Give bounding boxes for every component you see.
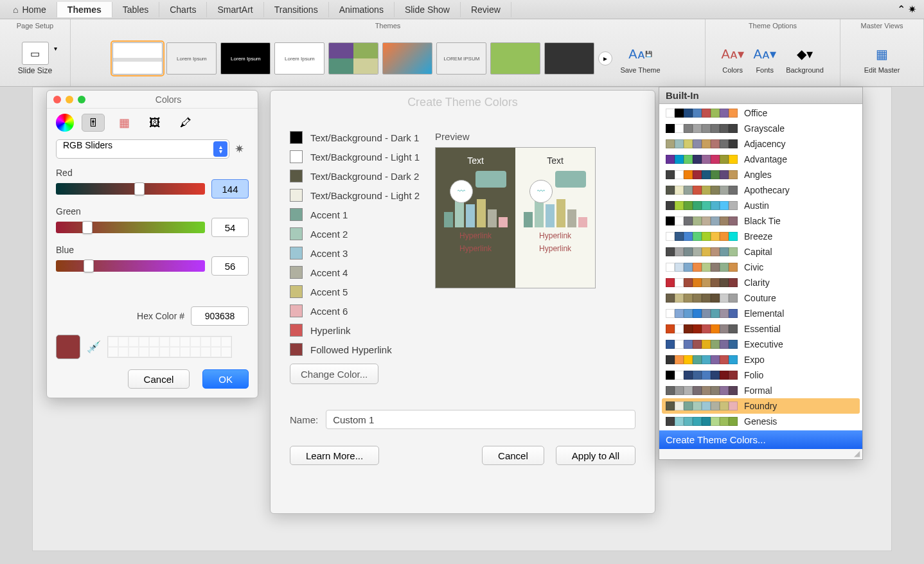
color-well[interactable] (139, 347, 149, 357)
change-color-button[interactable]: Change Color... (290, 364, 378, 384)
theme-thumbnail[interactable] (490, 42, 540, 75)
color-slot[interactable]: Accent 2 (290, 227, 420, 240)
green-slider-thumb[interactable] (82, 221, 93, 234)
color-well[interactable] (221, 347, 231, 357)
theme-thumbnail[interactable] (382, 42, 432, 75)
theme-thumbnail[interactable]: Lorem Ipsum (274, 42, 324, 75)
tab-home[interactable]: ⌂Home (3, 2, 57, 17)
color-well[interactable] (129, 337, 139, 347)
theme-item[interactable]: Elemental (662, 306, 860, 321)
create-theme-colors-item[interactable]: Create Theme Colors... (659, 430, 862, 449)
close-icon[interactable] (53, 96, 61, 103)
color-well[interactable] (170, 337, 180, 347)
window-controls[interactable] (53, 96, 85, 103)
theme-thumbnail[interactable]: Lorem Ipsum (166, 42, 217, 75)
red-slider-thumb[interactable] (134, 182, 145, 195)
theme-item[interactable]: Couture (662, 290, 860, 306)
theme-scroll[interactable]: OfficeGrayscaleAdjacencyAdvantageAnglesA… (659, 104, 862, 430)
color-well[interactable] (170, 347, 180, 357)
tab-charts[interactable]: Charts (159, 2, 207, 17)
theme-item[interactable]: Formal (662, 383, 860, 398)
dialog-cancel-button[interactable]: Cancel (482, 446, 544, 465)
ok-button[interactable]: OK (202, 369, 249, 389)
color-well[interactable] (211, 347, 221, 357)
color-well[interactable] (190, 337, 200, 347)
theme-item[interactable]: Austin (662, 198, 860, 213)
color-well[interactable] (200, 347, 211, 357)
tab-smartart[interactable]: SmartArt (207, 2, 263, 17)
theme-item[interactable]: Expo (662, 352, 860, 367)
slider-mode-select[interactable]: RGB Sliders ▴▾ (56, 139, 229, 159)
red-slider[interactable] (56, 183, 205, 195)
color-well[interactable] (190, 347, 200, 357)
color-slot[interactable]: Accent 5 (290, 285, 420, 298)
colors-titlebar[interactable]: Colors (47, 91, 258, 109)
color-well[interactable] (149, 337, 159, 347)
color-slot[interactable]: Text/Background - Light 1 (290, 150, 420, 163)
hex-input[interactable] (191, 306, 249, 326)
color-well[interactable] (118, 347, 129, 357)
tab-transitions[interactable]: Transitions (264, 2, 329, 17)
background-button[interactable]: ◆▾ Background (783, 42, 826, 75)
color-slot[interactable]: Accent 3 (290, 247, 420, 260)
theme-item[interactable]: Foundry (662, 398, 860, 414)
slider-options-gear-icon[interactable]: ✷ (235, 142, 249, 156)
color-well[interactable] (180, 337, 190, 347)
color-slot[interactable]: Accent 6 (290, 304, 420, 317)
image-palettes-tab[interactable]: 🖼 (143, 114, 166, 132)
zoom-icon[interactable] (78, 96, 85, 103)
theme-item[interactable]: Capital (662, 244, 860, 260)
theme-item[interactable]: Adjacency (662, 136, 860, 152)
tab-tables[interactable]: Tables (112, 2, 159, 17)
blue-value-input[interactable] (211, 256, 249, 276)
tab-themes[interactable]: Themes (57, 2, 112, 17)
color-slot[interactable]: Hyperlink (290, 324, 420, 337)
resize-grip-icon[interactable]: ◢ (659, 449, 862, 459)
green-value-input[interactable] (211, 218, 249, 237)
theme-item[interactable]: Clarity (662, 275, 860, 290)
theme-thumbnail[interactable]: LOREM IPSUM (436, 42, 486, 75)
theme-item[interactable]: Grayscale (662, 121, 860, 136)
color-well[interactable] (200, 337, 211, 347)
color-palettes-tab[interactable]: ▦ (112, 114, 136, 132)
color-well[interactable] (108, 337, 118, 347)
tab-review[interactable]: Review (461, 2, 511, 17)
theme-fonts-button[interactable]: Aᴀ▾ Fonts (751, 42, 778, 75)
theme-thumbnail[interactable]: Lorem Ipsum (220, 42, 271, 75)
theme-item[interactable]: Executive (662, 337, 860, 352)
theme-name-input[interactable] (326, 410, 635, 429)
theme-thumbnail[interactable] (112, 42, 163, 75)
color-slot[interactable]: Followed Hyperlink (290, 343, 420, 356)
color-well[interactable] (211, 337, 221, 347)
pencils-tab[interactable]: 🖍 (174, 114, 197, 132)
collapse-ribbon-icon[interactable]: ⌃ (897, 3, 905, 15)
color-slot[interactable]: Text/Background - Dark 2 (290, 170, 420, 182)
color-slot[interactable]: Text/Background - Light 2 (290, 189, 420, 202)
theme-colors-button[interactable]: Aᴀ▾ Colors (719, 42, 746, 75)
theme-item[interactable]: Black Tie (662, 213, 860, 229)
color-wheel-tab[interactable] (56, 114, 74, 132)
theme-item[interactable]: Breeze (662, 229, 860, 244)
color-well[interactable] (139, 337, 149, 347)
color-well[interactable] (180, 347, 190, 357)
color-well[interactable] (221, 337, 231, 347)
blue-slider-thumb[interactable] (84, 260, 94, 272)
theme-item[interactable]: Office (662, 105, 860, 121)
edit-master-button[interactable]: ▦ Edit Master (862, 42, 903, 75)
color-sliders-tab[interactable]: 🎚 (82, 114, 105, 132)
tab-slideshow[interactable]: Slide Show (395, 2, 461, 17)
theme-item[interactable]: Angles (662, 167, 860, 182)
blue-slider[interactable] (56, 260, 205, 272)
learn-more-button[interactable]: Learn More... (290, 446, 379, 465)
color-well[interactable] (159, 347, 170, 357)
theme-item[interactable]: Advantage (662, 152, 860, 167)
gallery-more-button[interactable]: ▸ (598, 51, 612, 66)
settings-gear-icon[interactable]: ✷ (908, 3, 916, 15)
theme-item[interactable]: Essential (662, 321, 860, 337)
color-well[interactable] (118, 337, 129, 347)
theme-thumbnail[interactable] (544, 42, 594, 75)
color-well[interactable] (129, 347, 139, 357)
green-slider[interactable] (56, 222, 205, 233)
theme-item[interactable]: Folio (662, 367, 860, 383)
theme-item[interactable]: Civic (662, 260, 860, 275)
